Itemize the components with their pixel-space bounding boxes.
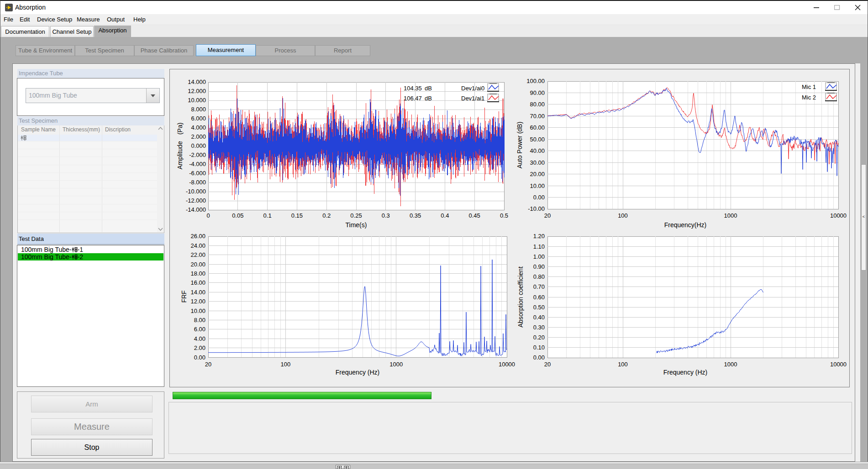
svg-text:104.35: 104.35: [404, 85, 422, 92]
svg-text:Dev1/ai1: Dev1/ai1: [461, 95, 484, 102]
svg-text:dB: dB: [425, 85, 432, 92]
svg-text:10000: 10000: [499, 361, 515, 368]
svg-text:1000: 1000: [389, 361, 403, 368]
svg-text:100.00: 100.00: [526, 78, 545, 84]
svg-text:0.4: 0.4: [441, 212, 449, 219]
svg-text:2.00: 2.00: [194, 344, 205, 351]
svg-text:100: 100: [618, 361, 628, 368]
svg-text:0.25: 0.25: [350, 212, 362, 219]
svg-text:0.3: 0.3: [382, 212, 390, 219]
svg-text:40.00: 40.00: [530, 147, 545, 154]
svg-text:FRF: FRF: [180, 290, 188, 302]
svg-text:Amplitude (Pa): Amplitude (Pa): [176, 123, 184, 170]
svg-text:12.00: 12.00: [190, 298, 205, 305]
svg-text:Frequency (Hz): Frequency (Hz): [336, 369, 379, 376]
svg-text:50.00: 50.00: [530, 136, 545, 143]
svg-text:Time(s): Time(s): [346, 221, 367, 229]
svg-text:26.00: 26.00: [190, 233, 205, 240]
svg-text:4.000: 4.000: [191, 124, 206, 131]
svg-text:0.00: 0.00: [194, 354, 205, 361]
svg-text:18.00: 18.00: [190, 270, 205, 277]
svg-text:-10.00: -10.00: [528, 205, 545, 212]
svg-text:1000: 1000: [724, 212, 737, 219]
svg-text:0.60: 0.60: [533, 294, 545, 301]
svg-text:Dev1/ai0: Dev1/ai0: [461, 85, 484, 92]
svg-text:dB: dB: [425, 95, 432, 102]
svg-text:0.1: 0.1: [263, 212, 272, 219]
svg-text:0.80: 0.80: [533, 273, 545, 280]
svg-text:0: 0: [206, 212, 210, 219]
svg-text:0.45: 0.45: [469, 212, 480, 219]
svg-text:4.00: 4.00: [194, 335, 205, 342]
svg-text:Auto Power (dB): Auto Power (dB): [516, 122, 523, 169]
svg-text:0.30: 0.30: [533, 324, 545, 331]
svg-text:-12.000: -12.000: [186, 197, 206, 204]
svg-text:70.00: 70.00: [530, 113, 545, 120]
svg-text:0.00: 0.00: [533, 354, 545, 361]
svg-text:0.40: 0.40: [533, 314, 545, 321]
svg-text:0.2: 0.2: [322, 212, 331, 219]
svg-text:6.000: 6.000: [191, 115, 206, 122]
svg-text:90.00: 90.00: [530, 89, 545, 96]
svg-text:24.00: 24.00: [190, 242, 205, 249]
svg-text:20: 20: [205, 361, 211, 368]
svg-text:0.000: 0.000: [191, 142, 206, 149]
svg-text:Mic 2: Mic 2: [802, 94, 816, 101]
svg-text:14.000: 14.000: [188, 78, 206, 85]
svg-text:0.05: 0.05: [232, 212, 243, 219]
svg-text:0.90: 0.90: [533, 263, 545, 270]
svg-text:1.20: 1.20: [533, 233, 545, 240]
svg-text:1.10: 1.10: [533, 243, 545, 250]
svg-text:10.00: 10.00: [530, 182, 545, 189]
svg-text:20.00: 20.00: [530, 171, 545, 177]
svg-text:8.00: 8.00: [194, 317, 205, 323]
svg-text:100: 100: [281, 361, 291, 368]
svg-text:60.00: 60.00: [530, 124, 545, 131]
svg-text:10.00: 10.00: [190, 307, 205, 314]
svg-text:20: 20: [544, 212, 551, 219]
svg-text:0.5: 0.5: [500, 212, 508, 219]
svg-text:6.00: 6.00: [194, 326, 205, 333]
svg-text:30.00: 30.00: [530, 159, 545, 166]
svg-text:0.35: 0.35: [410, 212, 421, 219]
svg-text:8.000: 8.000: [191, 106, 206, 113]
svg-text:-8.000: -8.000: [189, 179, 206, 186]
svg-text:0.10: 0.10: [533, 344, 545, 351]
svg-text:106.47: 106.47: [404, 95, 422, 102]
svg-text:10.000: 10.000: [188, 97, 206, 104]
svg-text:16.00: 16.00: [190, 279, 205, 286]
svg-text:10000: 10000: [830, 361, 847, 368]
svg-text:-4.000: -4.000: [189, 161, 206, 167]
svg-text:-14.000: -14.000: [186, 206, 206, 213]
svg-text:-6.000: -6.000: [189, 170, 206, 177]
svg-text:0.50: 0.50: [533, 304, 545, 311]
svg-text:22.00: 22.00: [190, 251, 205, 258]
svg-text:0.70: 0.70: [533, 283, 545, 290]
svg-text:0.20: 0.20: [533, 334, 545, 341]
svg-text:2.000: 2.000: [191, 133, 206, 140]
svg-text:20: 20: [544, 361, 551, 368]
svg-text:-10.000: -10.000: [186, 188, 206, 195]
svg-text:1000: 1000: [724, 361, 737, 368]
svg-text:1.00: 1.00: [533, 253, 545, 260]
svg-text:100: 100: [618, 212, 628, 219]
svg-text:Frequency(Hz): Frequency(Hz): [664, 221, 707, 229]
svg-text:-2.000: -2.000: [189, 151, 206, 158]
svg-text:0.00: 0.00: [533, 194, 545, 201]
svg-text:12.000: 12.000: [188, 88, 206, 94]
svg-text:Absorption coefficient: Absorption coefficient: [517, 266, 524, 328]
svg-text:80.00: 80.00: [530, 101, 545, 108]
svg-text:10000: 10000: [830, 212, 847, 219]
svg-text:20.00: 20.00: [190, 261, 205, 268]
svg-text:0.15: 0.15: [291, 212, 303, 219]
svg-text:Mic 1: Mic 1: [802, 83, 816, 90]
svg-text:14.00: 14.00: [190, 289, 205, 296]
svg-text:Frequency (Hz): Frequency (Hz): [663, 369, 707, 376]
